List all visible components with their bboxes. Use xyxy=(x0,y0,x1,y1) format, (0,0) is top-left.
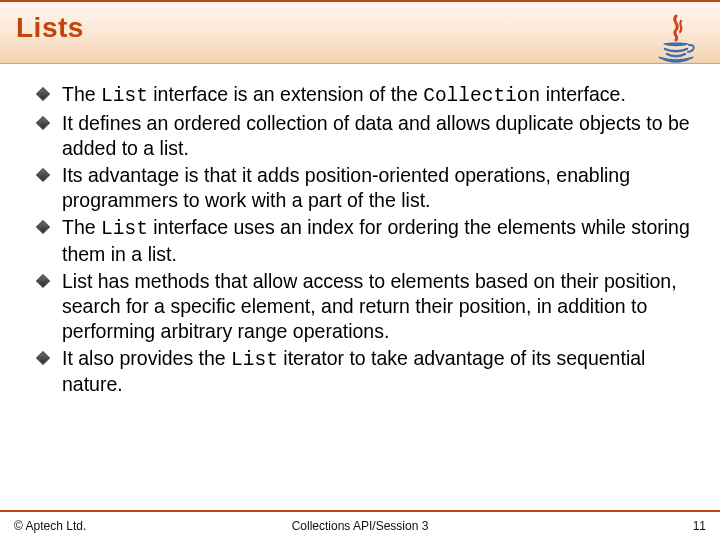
diamond-bullet-icon xyxy=(36,116,50,130)
slide-footer: © Aptech Ltd. Collections API/Session 3 … xyxy=(0,510,720,540)
bullet-text: The List interface is an extension of th… xyxy=(62,83,626,105)
bullet-item: Its advantage is that it adds position-o… xyxy=(38,163,692,213)
bullet-item: The List interface uses an index for ord… xyxy=(38,215,692,267)
java-cup-icon xyxy=(658,43,693,63)
diamond-bullet-icon xyxy=(36,168,50,182)
bullet-item: The List interface is an extension of th… xyxy=(38,82,692,109)
bullet-text: The List interface uses an index for ord… xyxy=(62,216,690,265)
diamond-bullet-icon xyxy=(36,87,50,101)
java-logo xyxy=(654,14,698,70)
footer-center: Collections API/Session 3 xyxy=(0,519,720,533)
footer-page-number: 11 xyxy=(693,519,706,533)
bullet-text: List has methods that allow access to el… xyxy=(62,270,677,342)
java-steam-icon xyxy=(675,16,682,40)
bullet-item: List has methods that allow access to el… xyxy=(38,269,692,344)
bullet-text: It also provides the List iterator to ta… xyxy=(62,347,645,396)
diamond-bullet-icon xyxy=(36,274,50,288)
bullet-text: It defines an ordered collection of data… xyxy=(62,112,690,159)
bullet-list: The List interface is an extension of th… xyxy=(38,82,692,397)
diamond-bullet-icon xyxy=(36,220,50,234)
slide-title: Lists xyxy=(16,12,84,44)
diamond-bullet-icon xyxy=(36,350,50,364)
bullet-item: It also provides the List iterator to ta… xyxy=(38,346,692,398)
bullet-text: Its advantage is that it adds position-o… xyxy=(62,164,630,211)
slide-header: Lists xyxy=(0,2,720,64)
bullet-item: It defines an ordered collection of data… xyxy=(38,111,692,161)
slide-content: The List interface is an extension of th… xyxy=(0,64,720,397)
